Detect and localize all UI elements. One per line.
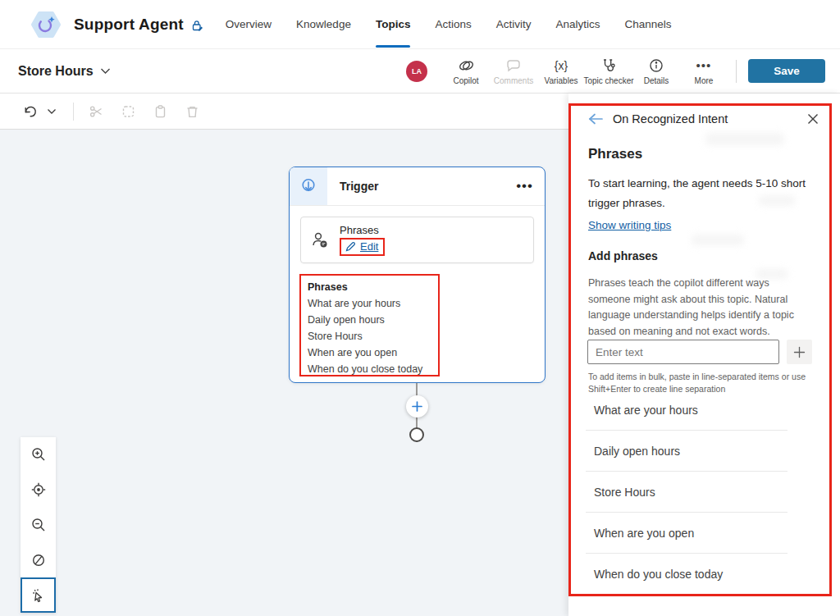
tab-topics[interactable]: Topics xyxy=(376,0,411,49)
more-icon: ••• xyxy=(696,57,712,74)
info-icon xyxy=(648,57,664,74)
end-of-conversation-node[interactable] xyxy=(409,427,424,442)
phrases-card-label: Phrases xyxy=(340,224,385,236)
undo-chevron-icon[interactable] xyxy=(47,108,57,115)
variables-button[interactable]: {x} Variables xyxy=(537,57,585,85)
phrases-card[interactable]: Phrases Edit xyxy=(300,217,534,263)
pencil-icon xyxy=(345,241,356,252)
show-writing-tips-link[interactable]: Show writing tips xyxy=(588,219,671,231)
tab-analytics[interactable]: Analytics xyxy=(555,0,600,49)
node-phrase: What are your hours xyxy=(308,295,431,312)
comments-icon xyxy=(505,57,522,74)
toolbar-divider xyxy=(736,60,737,83)
more-button[interactable]: ••• More xyxy=(680,57,728,85)
canvas-edit-toolbar xyxy=(0,94,568,130)
trigger-node-header: Trigger ••• xyxy=(290,167,545,206)
person-chat-icon xyxy=(309,230,331,251)
tab-actions[interactable]: Actions xyxy=(435,0,471,49)
blurred-text-redaction xyxy=(705,133,784,145)
topic-toolbar: Store Hours LA Copilot Comments {x} Vari… xyxy=(0,49,840,94)
trigger-node[interactable]: Trigger ••• Phrases xyxy=(289,167,546,383)
add-phrase-button[interactable] xyxy=(787,340,812,364)
canvas-zoom-toolbar xyxy=(21,437,56,613)
phrase-list-item[interactable]: When are you open xyxy=(586,513,788,554)
node-phrase: Daily open hours xyxy=(308,312,431,328)
select-pointer-button[interactable] xyxy=(21,577,56,613)
copilot-icon xyxy=(458,57,475,74)
edit-annotation-box: Edit xyxy=(340,238,385,256)
node-phrase: When are you open xyxy=(308,345,431,361)
phrase-list-item[interactable]: Daily open hours xyxy=(586,431,788,472)
toggle-snap-button[interactable] xyxy=(21,542,56,577)
copy-icon xyxy=(121,104,136,119)
paste-icon xyxy=(153,104,168,119)
trigger-node-more-icon[interactable]: ••• xyxy=(516,178,533,194)
trigger-icon xyxy=(290,167,327,205)
properties-panel: On Recognized Intent Phrases To start le… xyxy=(568,94,840,616)
tab-overview[interactable]: Overview xyxy=(226,0,272,49)
zoom-out-button[interactable] xyxy=(21,508,56,543)
phrase-list-item[interactable]: What are your hours xyxy=(586,390,788,431)
app-title: Support Agent xyxy=(74,16,184,34)
avatar[interactable]: LA xyxy=(406,61,427,82)
add-phrase-row xyxy=(587,340,812,364)
phrases-heading: Phrases xyxy=(588,146,642,162)
main-area: Trigger ••• Phrases xyxy=(0,94,840,616)
edit-agent-icon[interactable] xyxy=(190,19,204,33)
reset-view-button[interactable] xyxy=(21,472,56,508)
tab-channels[interactable]: Channels xyxy=(625,0,672,49)
canvas-toolbar-divider xyxy=(73,103,74,121)
phrase-list-item[interactable]: When do you close today xyxy=(586,554,788,595)
chevron-down-icon xyxy=(100,67,111,75)
close-icon[interactable] xyxy=(806,112,820,126)
add-node-button[interactable] xyxy=(406,395,428,418)
tab-activity[interactable]: Activity xyxy=(496,0,532,49)
add-phrases-heading: Add phrases xyxy=(588,249,658,262)
details-button[interactable]: Details xyxy=(632,57,680,85)
blurred-text-redaction xyxy=(692,235,744,245)
phrases-annotation-box: Phrases What are your hours Daily open h… xyxy=(299,274,440,376)
authoring-canvas[interactable]: Trigger ••• Phrases xyxy=(0,94,568,616)
comments-button: Comments xyxy=(490,57,537,85)
phrase-input[interactable] xyxy=(587,340,779,364)
edit-phrases-link[interactable]: Edit xyxy=(360,240,378,253)
delete-icon xyxy=(185,104,200,119)
top-navigation: Support Agent Overview Knowledge Topics … xyxy=(0,0,840,49)
topic-title-dropdown[interactable]: Store Hours xyxy=(18,64,111,79)
zoom-in-button[interactable] xyxy=(21,437,56,472)
topic-title: Store Hours xyxy=(18,64,94,79)
cut-icon xyxy=(89,104,104,119)
add-phrases-description: Phrases teach the copilot different ways… xyxy=(588,276,808,340)
tab-knowledge[interactable]: Knowledge xyxy=(296,0,351,49)
phrase-list: What are your hours Daily open hours Sto… xyxy=(586,390,788,595)
panel-header: On Recognized Intent xyxy=(588,112,820,126)
panel-title: On Recognized Intent xyxy=(613,112,806,125)
copilot-studio-agent-logo-icon xyxy=(28,7,64,43)
nav-tabs: Overview Knowledge Topics Actions Activi… xyxy=(226,0,672,49)
phrases-intro-text: To start learning, the agent needs 5-10 … xyxy=(588,174,816,213)
variables-icon: {x} xyxy=(555,57,568,74)
node-phrase: When do you close today xyxy=(308,361,431,377)
back-arrow-icon[interactable] xyxy=(588,113,604,125)
trigger-node-title: Trigger xyxy=(340,180,516,193)
stethoscope-icon xyxy=(600,57,618,74)
copilot-button[interactable]: Copilot xyxy=(442,57,490,85)
topic-checker-button[interactable]: Topic checker xyxy=(585,57,632,85)
undo-button[interactable] xyxy=(23,104,39,119)
phrase-list-item[interactable]: Store Hours xyxy=(586,472,788,513)
node-phrase: Store Hours xyxy=(308,328,431,345)
node-phrases-title: Phrases xyxy=(308,279,431,295)
save-button[interactable]: Save xyxy=(748,59,825,83)
